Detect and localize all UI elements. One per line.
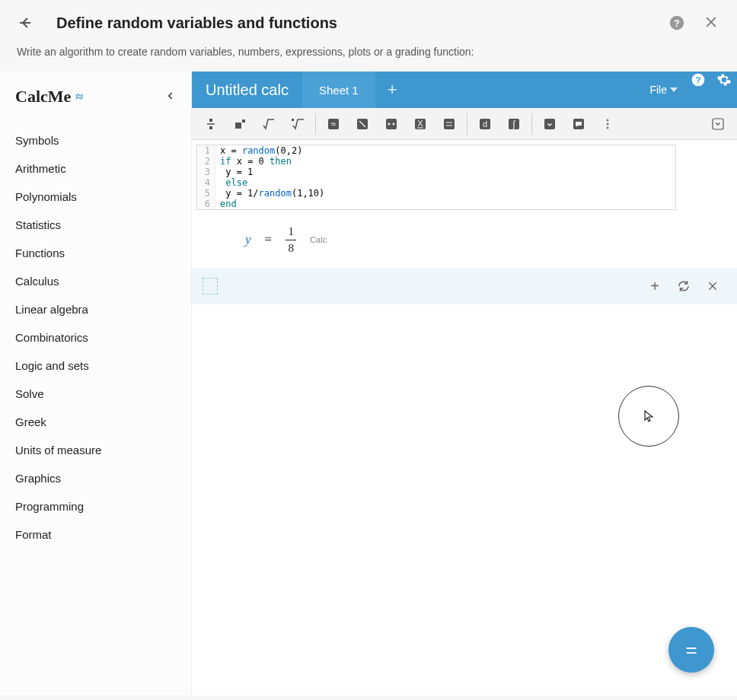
brand-logo: CalcMe ≈ [15,87,83,107]
sidebar-item-functions[interactable]: Functions [0,239,191,267]
fraction-icon[interactable] [196,110,225,138]
result-row: y = 1 8 Calc [192,210,737,268]
line-number: 4 [197,177,215,188]
code-line: 4 else [197,177,675,188]
result-label: Calc [310,235,327,244]
delete-row-icon[interactable] [702,275,723,297]
cursor-icon [643,409,654,423]
sidebar-item-label: Polynomials [15,190,77,203]
line-code[interactable]: if x = 0 then [215,156,292,167]
line-number: 3 [197,167,215,177]
code-line: 3 y = 1 [197,167,675,177]
sidebar-item-arithmetic[interactable]: Arithmetic [0,154,191,183]
add-sheet-button[interactable]: + [375,72,410,108]
sidebar-item-label: Logic and sets [15,359,89,372]
line-code[interactable]: else [215,177,247,188]
cursor-indicator [618,386,679,447]
sidebar-item-statistics[interactable]: Statistics [0,211,191,239]
matrix-icon[interactable] [348,110,377,138]
denominator: 8 [288,242,294,255]
sidebar-item-graphics[interactable]: Graphics [0,464,191,492]
sidebar-item-calculus[interactable]: Calculus [0,267,191,295]
main-panel: Untitled calc Sheet 1 + File ? ≈ [192,72,737,695]
chat-icon[interactable] [564,110,593,138]
result-variable: y [245,232,251,247]
download-icon[interactable] [535,110,564,138]
new-expression-row[interactable]: + [192,268,737,304]
tabs-bar: Untitled calc Sheet 1 + File ? [192,72,737,108]
sidebar-item-label: Graphics [15,472,61,485]
file-menu-label: File [649,84,667,96]
sidebar-item-label: Combinatorics [15,331,88,344]
sidebar-item-programming[interactable]: Programming [0,492,191,520]
brand-name: CalcMe [15,87,71,107]
fraction-line [286,240,296,240]
sidebar-item-polynomials[interactable]: Polynomials [0,183,191,211]
more-icon[interactable] [593,110,622,138]
code-line: 6end [197,199,675,209]
stack-icon[interactable] [435,110,464,138]
table-icon[interactable] [377,110,406,138]
svg-rect-4 [209,119,212,122]
integral-icon[interactable]: ∫ [499,110,528,138]
fab-glyph: = [685,638,697,662]
line-code[interactable]: x = random(0,2) [215,145,302,156]
sidebar-item-label: Linear algebra [15,303,88,316]
approx-icon[interactable]: ≈ [319,110,348,138]
close-icon[interactable] [704,14,720,31]
line-number: 6 [197,199,215,209]
svg-rect-9 [292,119,294,121]
nroot-icon[interactable] [283,110,312,138]
equals-sign: = [265,232,273,247]
line-number: 1 [197,145,215,156]
line-code[interactable]: y = 1 [215,167,253,177]
derivative-icon[interactable]: d [471,110,499,138]
brand-wave-icon: ≈ [75,89,83,105]
file-menu[interactable]: File [642,72,685,108]
sidebar-item-format[interactable]: Format [0,520,191,549]
svg-text:?: ? [674,18,680,29]
line-number: 2 [197,156,215,167]
underbar-icon[interactable]: X [406,110,435,138]
svg-point-15 [393,123,395,125]
svg-point-29 [607,123,609,125]
sidebar-item-symbols[interactable]: Symbols [0,126,191,154]
tab-sheet-1[interactable]: Sheet 1 [302,72,375,108]
collapse-sidebar-button[interactable] [165,89,176,105]
result-fraction: 1 8 [286,225,296,254]
sidebar-item-combinatorics[interactable]: Combinatorics [0,323,191,352]
sidebar-item-logic-and-sets[interactable]: Logic and sets [0,352,191,380]
sidebar-item-solve[interactable]: Solve [0,380,191,408]
svg-rect-6 [209,126,212,129]
sidebar-item-linear-algebra[interactable]: Linear algebra [0,295,191,323]
refresh-icon[interactable] [673,275,694,297]
settings-icon[interactable] [716,72,732,88]
line-code[interactable]: end [215,199,237,209]
help-icon[interactable]: ? [690,72,707,88]
svg-text:≈: ≈ [331,119,337,129]
svg-rect-26 [544,119,555,129]
svg-point-28 [607,119,609,121]
sidebar-item-label: Greek [15,415,46,428]
code-editor[interactable]: 1x = random(0,2)2if x = 0 then3 y = 14 e… [196,145,676,210]
code-line: 1x = random(0,2) [197,145,675,156]
sidebar-item-units[interactable]: Units of measure [0,436,191,464]
expression-placeholder[interactable] [203,278,218,294]
help-icon[interactable]: ? [668,14,685,31]
evaluate-fab[interactable]: = [668,627,714,673]
export-icon[interactable] [704,110,732,138]
svg-point-14 [388,123,391,125]
back-button[interactable] [17,14,35,32]
exponent-icon[interactable] [225,110,254,138]
document-title[interactable]: Untitled calc [192,72,302,108]
svg-text:?: ? [695,75,700,84]
sqrt-icon[interactable] [254,110,283,138]
svg-rect-8 [242,119,245,123]
sidebar-item-greek[interactable]: Greek [0,408,191,436]
line-number: 5 [197,188,215,199]
add-row-icon[interactable]: + [644,275,665,297]
sidebar-item-label: Functions [15,247,65,259]
sidebar-item-label: Arithmetic [15,162,66,175]
sidebar-item-label: Solve [15,387,44,400]
line-code[interactable]: y = 1/random(1,10) [215,188,324,199]
